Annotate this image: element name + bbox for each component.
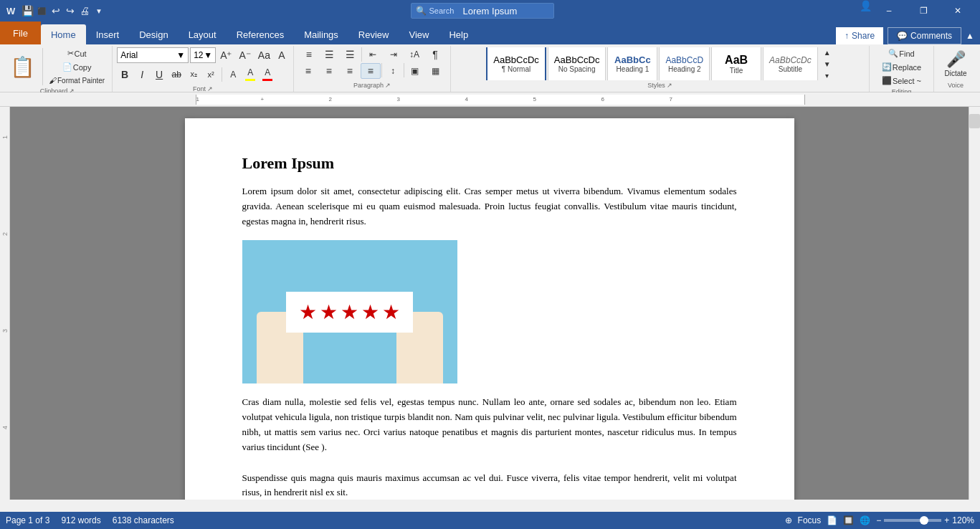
find-button[interactable]: 🔍 Find (885, 47, 917, 59)
styles-scroll-down[interactable]: ▼ (821, 59, 834, 70)
collapse-ribbon-icon[interactable]: ▲ (966, 31, 974, 41)
replace-button[interactable]: 🔄 Replace (879, 61, 924, 73)
paragraph-2[interactable]: Cras diam nulla, molestie sed felis vel,… (242, 395, 737, 454)
print-preview-icon[interactable]: 🖨 (79, 5, 90, 16)
styles-dialog-icon[interactable]: ↗ (667, 82, 672, 89)
font-color-button[interactable]: A (260, 66, 275, 82)
vertical-scrollbar[interactable] (969, 107, 980, 500)
tab-design[interactable]: Design (129, 24, 178, 44)
tab-view[interactable]: View (399, 24, 439, 44)
font-color-icon: A (265, 67, 270, 77)
style-subtitle[interactable]: AaBbCcDc Subtitle (763, 47, 818, 80)
font-dialog-icon[interactable]: ↗ (207, 85, 213, 92)
tab-references[interactable]: References (227, 24, 294, 44)
line-spacing-button[interactable]: ↕ (383, 63, 403, 79)
zoom-control[interactable]: − + 120% (876, 515, 974, 525)
align-center-button[interactable]: ≡ (319, 63, 339, 79)
char-count: 6138 characters (113, 515, 174, 525)
paragraph-dialog-icon[interactable]: ↗ (385, 82, 391, 89)
highlight-color-button[interactable]: A (242, 66, 258, 82)
style-heading1[interactable]: AaBbCc Heading 1 (607, 47, 657, 80)
shading-button[interactable]: ▣ (405, 63, 425, 79)
format-painter-button[interactable]: 🖌 Format Painter (46, 75, 108, 86)
style-title[interactable]: AaB Title (711, 47, 761, 80)
paste-button[interactable]: 📋 (7, 48, 38, 85)
subscript-button[interactable]: x₂ (186, 68, 201, 80)
decrease-font-button[interactable]: A⁻ (236, 48, 253, 62)
save-icon[interactable]: 💾 (22, 5, 33, 16)
styles-scroll-up[interactable]: ▲ (821, 47, 834, 58)
clear-format-button[interactable]: A (275, 48, 289, 62)
show-marks-button[interactable]: ¶ (425, 47, 445, 62)
bold-button[interactable]: B (117, 67, 133, 82)
tab-home[interactable]: Home (41, 24, 86, 44)
print-view-icon[interactable]: 🔲 (843, 515, 854, 525)
underline-button[interactable]: U (151, 67, 167, 82)
styles-more[interactable]: ▾ (821, 70, 834, 81)
ruler-0: 1 (196, 96, 199, 103)
zoom-in-icon[interactable]: + (944, 515, 949, 525)
font-color-bar (262, 79, 272, 81)
star2: ★ (320, 300, 338, 324)
paragraph-3[interactable]: Suspendisse quis magna quis mauris maxim… (242, 471, 737, 500)
paragraph-row1: ≡ ☰ ☰ ⇤ ⇥ ↕A ¶ (299, 47, 445, 62)
zoom-out-icon[interactable]: − (876, 515, 881, 525)
document-scroll[interactable]: Lorem Ipsum Lorem ipsum dolor sit amet, … (10, 107, 969, 500)
redo-icon[interactable]: ↪ (65, 5, 76, 16)
strikethrough-button[interactable]: ab (168, 68, 184, 81)
share-button[interactable]: ↑ Share (836, 27, 883, 44)
bullets-button[interactable]: ≡ (299, 47, 319, 62)
layout-view-icon[interactable]: 📄 (827, 515, 837, 525)
customize-icon[interactable]: ▼ (93, 5, 105, 16)
document-area: 1 2 3 4 Lorem Ipsum Lorem ipsum dolor si… (0, 107, 980, 500)
comments-button[interactable]: 💬 Comments (888, 27, 961, 44)
align-left-button[interactable]: ≡ (298, 63, 318, 79)
increase-font-button[interactable]: A⁺ (217, 48, 234, 62)
scrollbar-thumb[interactable] (969, 114, 980, 128)
tab-insert[interactable]: Insert (86, 24, 130, 44)
profile-icon[interactable]: 👤 (860, 0, 871, 11)
cut-button[interactable]: ✂ Cut (46, 47, 108, 59)
tab-layout[interactable]: Layout (179, 24, 227, 44)
sort-button[interactable]: ↕A (404, 47, 424, 62)
clipboard-group: 📋 ✂ Cut 📄 Copy 🖌 Format Painter (3, 46, 113, 92)
tab-review[interactable]: Review (348, 24, 399, 44)
justify-button[interactable]: ≡ (361, 63, 381, 79)
select-button[interactable]: ⬛ Select ~ (879, 75, 924, 87)
decrease-indent-button[interactable]: ⇤ (363, 47, 383, 62)
minimize-button[interactable]: – (872, 0, 905, 22)
font-name-selector[interactable]: Arial ▼ (117, 47, 189, 63)
restore-button[interactable]: ❐ (907, 0, 940, 22)
document-heading: Lorem Ipsum (242, 154, 737, 173)
font-name-row: Arial ▼ 12 ▼ A⁺ A⁻ Aa A (117, 47, 289, 63)
zoom-slider[interactable] (884, 519, 941, 522)
dictate-button[interactable]: 🎤 Dictate (941, 48, 970, 80)
style-normal[interactable]: AaBbCcDc ¶ Normal (486, 47, 546, 80)
tab-mailings[interactable]: Mailings (294, 24, 348, 44)
align-right-button[interactable]: ≡ (340, 63, 360, 79)
close-button[interactable]: ✕ (941, 0, 974, 22)
change-case-button[interactable]: Aa (255, 48, 273, 62)
focus-icon[interactable]: ⊕ (785, 515, 792, 525)
tab-file[interactable]: File (0, 22, 41, 44)
copy-button[interactable]: 📄 Copy (46, 61, 108, 73)
autosave-icon[interactable]: ⬛ (36, 5, 47, 16)
undo-icon[interactable]: ↩ (50, 5, 62, 16)
font-content: Arial ▼ 12 ▼ A⁺ A⁻ Aa A B I U ab (117, 47, 289, 84)
text-effect-button[interactable]: A (225, 68, 241, 81)
borders-button[interactable]: ▦ (426, 63, 446, 79)
share-icon: ↑ (845, 31, 849, 41)
font-size-selector[interactable]: 12 ▼ (190, 47, 216, 63)
style-heading2[interactable]: AaBbCcD Heading 2 (659, 47, 710, 80)
tab-help[interactable]: Help (439, 24, 478, 44)
superscript-button[interactable]: x² (203, 69, 219, 80)
word-icon[interactable]: W (6, 5, 17, 16)
increase-indent-button[interactable]: ⇥ (384, 47, 404, 62)
numbering-button[interactable]: ☰ (320, 47, 340, 62)
focus-label[interactable]: Focus (798, 515, 822, 525)
style-no-spacing[interactable]: AaBbCcDc No Spacing (548, 47, 606, 80)
italic-button[interactable]: I (134, 67, 150, 82)
paragraph-1[interactable]: Lorem ipsum dolor sit amet, consectetur … (242, 184, 737, 229)
multilevel-button[interactable]: ☰ (341, 47, 361, 62)
web-view-icon[interactable]: 🌐 (860, 515, 870, 525)
